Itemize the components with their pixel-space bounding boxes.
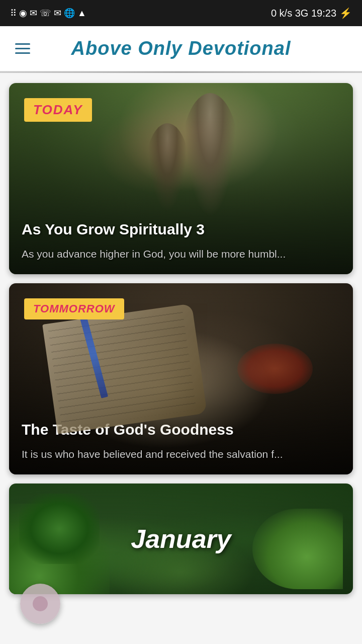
status-bar-right: 0 k/s 3G 19:23 ⚡ <box>271 7 352 19</box>
plant-right <box>252 509 343 589</box>
today-badge-text: TODAY <box>33 102 83 117</box>
hamburger-menu-button[interactable] <box>15 43 30 54</box>
tomorrow-badge: TOMMORROW <box>24 298 124 319</box>
january-card[interactable]: January <box>9 484 353 594</box>
tomorrow-card-bg: TOMMORROW The Taste of God's Goodness It… <box>9 283 353 474</box>
menu-line-1 <box>15 43 30 45</box>
today-badge: TODAY <box>24 98 92 122</box>
tomorrow-badge-text: TOMMORROW <box>33 302 115 315</box>
menu-line-3 <box>15 52 30 54</box>
today-card-bg: TODAY As You Grow Spiritually 3 As you a… <box>9 83 353 274</box>
app-title: Above Only Devotional <box>71 38 291 59</box>
cards-container: TODAY As You Grow Spiritually 3 As you a… <box>0 73 362 604</box>
january-card-title: January <box>131 524 231 554</box>
status-bar: ⠿ ◉ ✉ ☏ ✉ 🌐 ▲ 0 k/s 3G 19:23 ⚡ <box>0 0 362 26</box>
plant-top-left <box>19 494 100 564</box>
shoe-illustration <box>237 344 313 394</box>
menu-line-2 <box>15 48 30 49</box>
tomorrow-card[interactable]: TOMMORROW The Taste of God's Goodness It… <box>9 283 353 474</box>
floating-back-button[interactable] <box>20 584 60 624</box>
battery-icon: ⚡ <box>339 7 352 19</box>
app-header: Above Only Devotional <box>0 26 362 71</box>
network-speed: 0 k/s 3G 19:23 <box>271 8 336 19</box>
tomorrow-card-excerpt: It is us who have believed and received … <box>22 446 340 462</box>
today-card[interactable]: TODAY As You Grow Spiritually 3 As you a… <box>9 83 353 274</box>
status-bar-left-icons: ⠿ ◉ ✉ ☏ ✉ 🌐 ▲ <box>10 8 86 19</box>
book-illustration <box>42 303 207 434</box>
notification-icons: ⠿ ◉ ✉ ☏ ✉ 🌐 ▲ <box>10 8 86 19</box>
january-card-bg: January <box>9 484 353 594</box>
